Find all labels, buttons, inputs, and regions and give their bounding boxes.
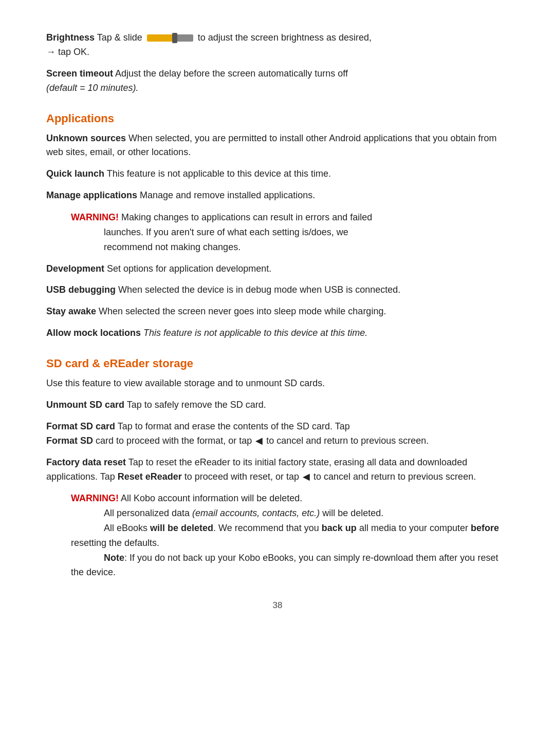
screen-timeout-italic: (default = 10 minutes). xyxy=(46,83,139,93)
screen-timeout-desc: Adjust the delay before the screen autom… xyxy=(115,68,348,79)
factory-reset-text2: to proceed with reset, or tap xyxy=(182,471,302,482)
sd-warning-line3a: All eBooks xyxy=(104,523,150,533)
allow-mock-para: Allow mock locations This feature is not… xyxy=(46,326,509,341)
sd-warning-italic2: (email accounts, contacts, etc.) xyxy=(192,508,320,518)
brightness-text2: to adjust the screen brightness as desir… xyxy=(198,32,372,43)
usb-debugging-text: When selected the device is in debug mod… xyxy=(116,285,400,295)
screen-timeout-para: Screen timeout Adjust the delay before t… xyxy=(46,67,509,96)
quick-launch-para: Quick launch This feature is not applica… xyxy=(46,167,509,181)
development-label: Development xyxy=(46,263,104,274)
unmount-para: Unmount SD card Tap to safely remove the… xyxy=(46,398,509,412)
stay-awake-para: Stay awake When selected the screen neve… xyxy=(46,305,509,319)
applications-warning-line1: Making changes to applications can resul… xyxy=(119,212,372,222)
development-text: Set options for application development. xyxy=(104,263,271,274)
unknown-sources-para: Unknown sources When selected, you are p… xyxy=(46,131,509,160)
sd-warning-line3b: will be deleted xyxy=(150,523,213,533)
factory-reset-label: Factory data reset xyxy=(46,457,126,467)
sd-warning-label: WARNING! xyxy=(71,493,119,503)
back-arrow-factory: ◀ xyxy=(303,470,310,484)
allow-mock-label: Allow mock locations xyxy=(46,328,141,338)
applications-warning-label: WARNING! xyxy=(71,212,119,222)
brightness-bar xyxy=(147,34,193,42)
sd-warning-line3g: resetting the defaults. xyxy=(71,538,159,548)
sd-warning-line3e: all media to your computer xyxy=(357,523,471,533)
stay-awake-text: When selected the screen never goes into… xyxy=(96,306,386,316)
manage-applications-para: Manage applications Manage and remove in… xyxy=(46,188,509,203)
sd-card-intro: Use this feature to view available stora… xyxy=(46,376,509,391)
sd-warning-line3c: . We recommend that you xyxy=(213,523,322,533)
sd-warning-note-text: : If you do not back up your Kobo eBooks… xyxy=(71,553,498,578)
sd-warning-note-label: Note xyxy=(104,553,124,563)
brightness-label: Brightness xyxy=(46,32,95,43)
usb-debugging-label: USB debugging xyxy=(46,285,116,295)
allow-mock-text: This feature is not applicable to this d… xyxy=(141,328,367,338)
quick-launch-label: Quick launch xyxy=(46,168,104,179)
screen-timeout-label: Screen timeout xyxy=(46,68,113,79)
applications-warning-block: WARNING! Making changes to applications … xyxy=(71,210,509,254)
unmount-text: Tap to safely remove the SD card. xyxy=(124,400,266,410)
applications-warning-line2: launches. If you aren't sure of what eac… xyxy=(104,227,348,237)
sd-warning-line3d: back up xyxy=(322,523,357,533)
sd-card-heading: SD card & eREader storage xyxy=(46,357,509,370)
unmount-label: Unmount SD card xyxy=(46,400,124,410)
sd-warning-line2: All personalized data xyxy=(104,508,192,518)
usb-debugging-para: USB debugging When selected the device i… xyxy=(46,283,509,297)
sd-warning-block: WARNING! All Kobo account information wi… xyxy=(71,491,509,580)
brightness-para: Brightness Tap & slide to adjust the scr… xyxy=(46,31,509,60)
applications-warning-line3: recommend not making changes. xyxy=(104,242,240,252)
brightness-text: Tap & slide xyxy=(97,32,145,43)
page-number: 38 xyxy=(46,600,509,611)
format-text: Tap to format and erase the contents of … xyxy=(115,421,350,431)
factory-reset-para: Factory data reset Tap to reset the eRea… xyxy=(46,456,509,484)
sd-warning-line1: All Kobo account information will be del… xyxy=(119,493,302,503)
sd-warning-line2b: will be deleted. xyxy=(320,508,383,518)
page: Brightness Tap & slide to adjust the scr… xyxy=(46,0,509,641)
quick-launch-text: This feature is not applicable to this d… xyxy=(104,168,331,179)
manage-applications-text: Manage and remove installed applications… xyxy=(137,190,315,200)
stay-awake-label: Stay awake xyxy=(46,306,96,316)
manage-applications-label: Manage applications xyxy=(46,190,137,200)
unknown-sources-label: Unknown sources xyxy=(46,133,126,143)
development-para: Development Set options for application … xyxy=(46,262,509,276)
sd-warning-line3f: before xyxy=(471,523,499,533)
factory-reset-text3: to cancel and return to previous screen. xyxy=(311,471,476,482)
factory-reset-bold2: Reset eReader xyxy=(118,471,182,482)
back-arrow-format: ◀ xyxy=(255,434,263,448)
format-text2: card to proceed with the format, or tap xyxy=(93,436,254,446)
format-label: Format SD card xyxy=(46,421,115,431)
format-bold2: Format SD xyxy=(46,436,93,446)
format-para: Format SD card Tap to format and erase t… xyxy=(46,420,509,448)
format-text3: to cancel and return to previous screen. xyxy=(264,436,429,446)
applications-heading: Applications xyxy=(46,112,509,125)
sd-warning-note: Note: If you do not back up your Kobo eB… xyxy=(71,553,498,578)
tap-ok: → tap OK. xyxy=(46,47,89,57)
